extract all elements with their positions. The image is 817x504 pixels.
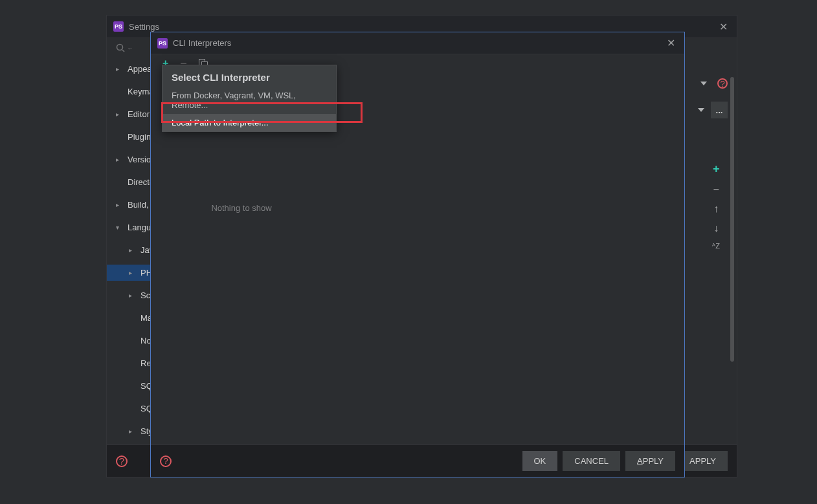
remove-icon[interactable]: − [713, 184, 719, 195]
chevron-icon: ▾ [116, 224, 122, 231]
move-down-icon[interactable]: ↓ [713, 223, 719, 234]
cli-help-button[interactable]: ? [160, 455, 172, 467]
cli-empty-label: Nothing to show [151, 203, 332, 213]
settings-scrollbar[interactable] [730, 77, 734, 362]
chevron-icon: ▸ [116, 65, 122, 72]
select-cli-interpreter-popup: Select CLI Interpreter From Docker, Vagr… [162, 65, 337, 132]
right-vertical-toolbar: + − ↑ ↓ ᴬZ [712, 162, 720, 250]
right-dropdown-row1: ? [700, 78, 728, 89]
cli-title: CLI Interpreters [173, 38, 231, 48]
move-up-icon[interactable]: ↑ [713, 203, 719, 215]
phpstorm-logo-icon: PS [113, 21, 124, 32]
svg-point-0 [117, 45, 123, 50]
add-icon[interactable]: + [713, 162, 720, 176]
chevron-icon: ▸ [129, 247, 135, 254]
cli-cancel-button[interactable]: CANCEL [563, 451, 620, 471]
svg-line-1 [122, 50, 124, 52]
chevron-icon: ▸ [129, 269, 135, 276]
sort-alphabetically-icon[interactable]: ᴬZ [712, 242, 720, 250]
cli-apply-button[interactable]: APPLY [625, 451, 675, 471]
settings-apply-button[interactable]: APPLY [678, 451, 728, 471]
cli-close-button[interactable]: ✕ [664, 34, 678, 52]
cli-footer: ? OK CANCEL APPLY [151, 445, 684, 477]
browse-button[interactable]: ... [711, 102, 728, 118]
search-back-icon: ← [127, 45, 133, 52]
popup-heading: Select CLI Interpreter [162, 65, 336, 87]
phpstorm-logo-icon: PS [157, 38, 168, 49]
cli-titlebar[interactable]: PS CLI Interpreters ✕ [151, 32, 684, 54]
help-button[interactable]: ? [116, 455, 128, 467]
option-remote-interpreter[interactable]: From Docker, Vagrant, VM, WSL, Remote... [162, 87, 336, 114]
chevron-icon: ▸ [129, 292, 135, 299]
right-dropdown-row2: ... [698, 102, 728, 118]
dropdown-caret-icon[interactable] [698, 108, 704, 112]
settings-title: Settings [129, 22, 159, 32]
cli-ok-button[interactable]: OK [522, 451, 558, 471]
chevron-icon: ▸ [116, 156, 122, 163]
search-icon [116, 43, 125, 52]
chevron-icon: ▸ [129, 428, 135, 435]
chevron-icon: ▸ [116, 201, 122, 208]
option-local-interpreter[interactable]: Local Path to Interpreter... [162, 114, 336, 131]
settings-close-button[interactable]: ✕ [717, 18, 730, 36]
chevron-icon: ▸ [116, 111, 122, 118]
tree-item-label: Editor [128, 109, 150, 119]
dropdown-caret-icon[interactable] [700, 82, 707, 85]
help-icon[interactable]: ? [717, 78, 728, 89]
